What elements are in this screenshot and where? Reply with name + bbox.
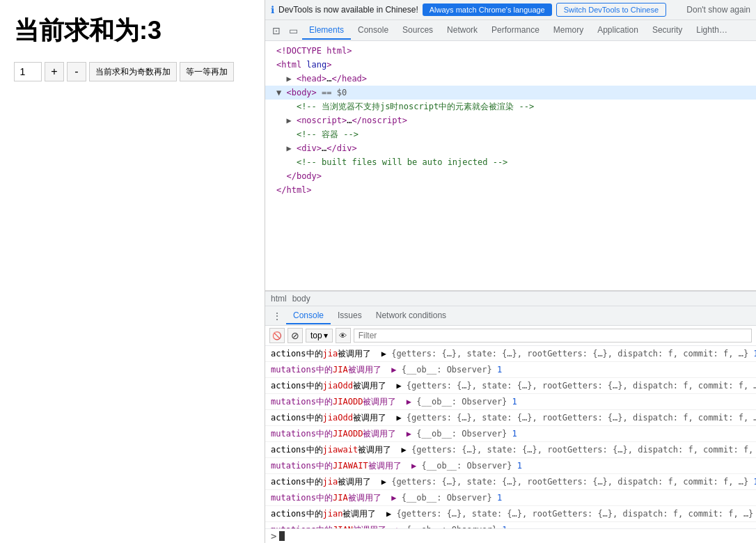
console-tab-console[interactable]: Console [286,308,331,324]
tab-memory[interactable]: Memory [546,22,590,40]
notification-text: DevTools is now available in Chinese! [278,5,418,15]
console-toolbar: 🚫 ⊘ top ▾ 👁 [265,326,756,346]
add-button[interactable]: + [45,62,64,81]
switch-devtools-button[interactable]: Switch DevTools to Chinese [556,3,666,17]
tab-performance[interactable]: Performance [485,22,546,40]
console-section: ⋮ Console Issues Network conditions 🚫 ⊘ … [265,306,756,543]
console-line: actions中的jiawait被调用了 ▶ {getters: {…}, st… [265,442,756,458]
console-prompt: > [271,530,276,542]
wait-add-button[interactable]: 等一等再加 [180,62,234,81]
html-line-built: <!-- built files will be auto injected -… [265,155,756,169]
console-line: actions中的jia被调用了 ▶ {getters: {…}, state:… [265,346,756,362]
number-input[interactable] [14,62,42,81]
html-line: </body> [265,169,756,183]
tab-console[interactable]: Console [351,22,395,40]
inspect-icon-button[interactable]: ⊡ [268,22,285,39]
console-cursor [279,531,285,541]
device-icon-button[interactable]: ▭ [285,22,302,39]
console-tab-issues[interactable]: Issues [331,308,369,324]
console-line: actions中的jiaOdd被调用了 ▶ {getters: {…}, sta… [265,410,756,426]
odd-add-button[interactable]: 当前求和为奇数再加 [89,62,177,81]
dropdown-arrow: ▾ [324,331,328,340]
html-line: ▶ <div>…</div> [265,141,756,155]
console-options-button[interactable]: ⋮ [268,308,286,324]
console-line: actions中的jiaOdd被调用了 ▶ {getters: {…}, sta… [265,378,756,394]
tab-sources[interactable]: Sources [395,22,440,40]
html-panel[interactable]: <!DOCTYPE html> <html lang> ▶ <head>…</h… [265,41,756,291]
subtract-button[interactable]: - [67,62,86,81]
breadcrumb-html[interactable]: html [271,294,287,304]
html-line: <!DOCTYPE html> [265,44,756,58]
top-label: top [310,331,322,340]
html-line: <html lang> [265,58,756,72]
info-icon: ℹ [271,4,274,15]
html-line: <!-- 当浏览器不支持js时noscript中的元素就会被渲染 --> [265,100,756,113]
notification-bar: ℹ DevTools is now available in Chinese! … [265,0,756,20]
html-line: ▶ <head>…</head> [265,72,756,86]
prohibit-button[interactable]: ⊘ [288,328,303,343]
eye-button[interactable]: 👁 [336,328,351,343]
console-tab-network-conditions[interactable]: Network conditions [369,308,453,324]
main-tab-bar: ⊡ ▭ Elements Console Sources Network Per… [265,20,756,41]
console-line: mutations中的JIAODD被调用了 ▶ {__ob__: Observe… [265,426,756,442]
html-line-body: ▼ <body> == $0 [265,86,756,100]
clear-console-button[interactable]: 🚫 [269,328,285,343]
tab-elements[interactable]: Elements [302,22,351,40]
top-dropdown[interactable]: top ▾ [306,329,333,343]
controls: + - 当前求和为奇数再加 等一等再加 [14,62,251,81]
console-input-row[interactable]: > [265,528,756,543]
page-title: 当前求和为:3 [14,14,251,48]
html-line: ▶ <noscript>…</noscript> [265,113,756,127]
left-pane: 当前求和为:3 + - 当前求和为奇数再加 等一等再加 [0,0,265,543]
console-tab-bar: ⋮ Console Issues Network conditions [265,306,756,326]
console-line: actions中的jia被调用了 ▶ {getters: {…}, state:… [265,474,756,490]
filter-input[interactable] [354,329,752,343]
breadcrumb-body[interactable]: body [292,294,310,304]
console-line: mutations中的JIAN被调用了 ▶ {__ob__: Observer}… [265,522,756,528]
tab-security[interactable]: Security [645,22,689,40]
console-line: mutations中的JIAWAIT被调用了 ▶ {__ob__: Observ… [265,458,756,474]
tab-application[interactable]: Application [590,22,645,40]
console-line: mutations中的JIA被调用了 ▶ {__ob__: Observer} … [265,362,756,378]
console-output[interactable]: actions中的jia被调用了 ▶ {getters: {…}, state:… [265,346,756,528]
html-line: </html> [265,183,756,197]
console-line: mutations中的JIAODD被调用了 ▶ {__ob__: Observe… [265,394,756,410]
html-line: <!-- 容器 --> [265,127,756,141]
match-language-button[interactable]: Always match Chrome's language [423,3,552,16]
dont-show-again-button[interactable]: Don't show again [686,5,750,15]
tab-lighthouse[interactable]: Lighth… [689,22,734,40]
console-line: mutations中的JIA被调用了 ▶ {__ob__: Observer} … [265,490,756,506]
breadcrumb-bar: html body [265,291,756,306]
console-line: actions中的jian被调用了 ▶ {getters: {…}, state… [265,506,756,522]
tab-network[interactable]: Network [440,22,485,40]
devtools-panel: ℹ DevTools is now available in Chinese! … [265,0,756,543]
